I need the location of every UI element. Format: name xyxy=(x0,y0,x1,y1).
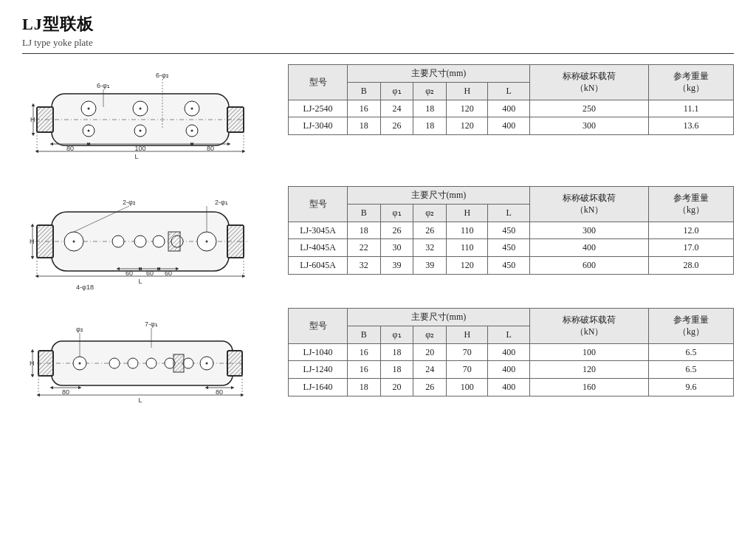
svg-rect-82 xyxy=(38,351,53,376)
table-cell: 18 xyxy=(348,222,381,239)
table-cell: 16 xyxy=(348,343,381,361)
svg-text:φ₂: φ₂ xyxy=(76,326,83,333)
table-cell: 32 xyxy=(413,239,447,257)
table-area-2: 型号 主要尺寸(mm) 标称破坏载荷（kN） 参考重量（kg） B φ₁ φ₂ … xyxy=(288,186,734,275)
table-cell: 450 xyxy=(488,257,529,275)
svg-text:L: L xyxy=(138,396,142,404)
table-cell: 120 xyxy=(447,100,488,117)
th-dimensions-1: 主要尺寸(mm) xyxy=(348,65,530,83)
table-cell: 160 xyxy=(529,379,648,396)
table-cell: 6.5 xyxy=(649,361,734,379)
svg-text:80: 80 xyxy=(207,145,214,152)
table-cell: LJ-1040 xyxy=(289,343,348,361)
svg-text:80: 80 xyxy=(66,145,74,152)
table-cell: 18 xyxy=(413,117,447,135)
svg-point-77 xyxy=(146,358,157,368)
th-weight-2: 参考重量（kg） xyxy=(649,187,734,222)
th-l-1: L xyxy=(488,82,529,100)
svg-rect-49 xyxy=(168,232,180,251)
table-row: LJ-1240161824704001206.5 xyxy=(289,361,734,379)
table-cell: 39 xyxy=(413,257,447,275)
th-phi1-3: φ₁ xyxy=(380,326,413,343)
svg-rect-50 xyxy=(227,225,244,258)
table-cell: 18 xyxy=(348,117,381,135)
svg-point-81 xyxy=(206,363,208,365)
svg-point-11 xyxy=(88,108,90,110)
svg-rect-83 xyxy=(173,354,184,372)
table-cell: 100 xyxy=(529,343,648,361)
th-phi1-1: φ₁ xyxy=(380,82,413,100)
th-dimensions-3: 主要尺寸(mm) xyxy=(348,309,530,326)
table-cell: 16 xyxy=(348,361,381,379)
section-row-2: H L 60 60 60 2-φ₁ 4-φ18 xyxy=(22,186,734,301)
sections-container: H L 80 100 80 6 xyxy=(22,64,734,532)
table-cell: 120 xyxy=(447,117,488,135)
svg-point-45 xyxy=(134,236,146,247)
th-weight-1: 参考重量（kg） xyxy=(649,65,734,100)
table-cell: LJ-4045A xyxy=(289,239,348,257)
th-weight-3: 参考重量（kg） xyxy=(649,309,734,344)
table-row: LJ-254016241812040025011.1 xyxy=(289,100,734,117)
table-cell: LJ-2540 xyxy=(289,100,348,117)
table-cell: LJ-3045A xyxy=(289,222,348,239)
diagram-1: H L 80 100 80 6 xyxy=(22,64,273,179)
th-l-2: L xyxy=(488,204,529,222)
svg-point-44 xyxy=(112,236,124,247)
svg-text:H: H xyxy=(30,238,35,245)
svg-point-74 xyxy=(79,363,81,365)
table-cell: 26 xyxy=(380,117,413,135)
table-cell: 400 xyxy=(488,361,529,379)
table-area-3: 型号 主要尺寸(mm) 标称破坏载荷（kN） 参考重量（kg） B φ₁ φ₂ … xyxy=(288,308,734,396)
data-table-2: 型号 主要尺寸(mm) 标称破坏载荷（kN） 参考重量（kg） B φ₁ φ₂ … xyxy=(288,186,734,275)
th-model-2: 型号 xyxy=(289,187,348,222)
table-cell: LJ-6045A xyxy=(289,257,348,275)
svg-rect-48 xyxy=(37,225,53,258)
table-cell: 70 xyxy=(447,343,488,361)
table-cell: 18 xyxy=(413,100,447,117)
table-cell: 120 xyxy=(447,257,488,275)
table-cell: 39 xyxy=(380,257,413,275)
th-b-2: B xyxy=(348,204,381,222)
table-cell: 28.0 xyxy=(649,257,734,275)
table-cell: 450 xyxy=(488,222,529,239)
svg-text:60: 60 xyxy=(126,270,133,277)
th-h-1: H xyxy=(447,82,488,100)
th-b-1: B xyxy=(348,82,381,100)
svg-text:6-φ₁: 6-φ₁ xyxy=(97,82,110,89)
svg-point-13 xyxy=(191,108,193,110)
svg-point-46 xyxy=(153,236,165,247)
table-cell: 400 xyxy=(488,117,529,135)
table-cell: 6.5 xyxy=(649,343,734,361)
table-cell: 18 xyxy=(380,361,413,379)
table-cell: 12.0 xyxy=(649,222,734,239)
diagram-3: H L 80 80 φ₂ 7-φ₁ xyxy=(22,308,273,426)
table-cell: 9.6 xyxy=(649,379,734,396)
th-phi1-2: φ₁ xyxy=(380,204,413,222)
page-header: LJ型联板 LJ type yoke plate xyxy=(22,13,734,54)
table-cell: LJ-1640 xyxy=(289,379,348,396)
svg-text:H: H xyxy=(30,116,35,123)
th-l-3: L xyxy=(488,326,529,343)
table-row: LJ-4045A22303211045040017.0 xyxy=(289,239,734,257)
th-h-2: H xyxy=(447,204,488,222)
table-cell: 26 xyxy=(380,222,413,239)
table-cell: 300 xyxy=(529,117,648,135)
svg-point-14 xyxy=(88,130,90,132)
table-cell: 400 xyxy=(488,100,529,117)
table-row: LJ-304018261812040030013.6 xyxy=(289,117,734,135)
table-cell: 600 xyxy=(529,257,648,275)
table-cell: 300 xyxy=(529,222,648,239)
th-model-3: 型号 xyxy=(289,309,348,344)
table-cell: 26 xyxy=(413,379,447,396)
table-cell: 17.0 xyxy=(649,239,734,257)
table-cell: 400 xyxy=(529,239,648,257)
table-cell: 400 xyxy=(488,343,529,361)
table-cell: LJ-3040 xyxy=(289,117,348,135)
svg-point-42 xyxy=(73,241,75,243)
svg-point-12 xyxy=(140,108,142,110)
svg-point-76 xyxy=(128,358,138,368)
svg-text:L: L xyxy=(138,278,142,285)
table-cell: 400 xyxy=(488,379,529,396)
table-cell: 18 xyxy=(380,343,413,361)
th-dimensions-2: 主要尺寸(mm) xyxy=(348,187,530,205)
